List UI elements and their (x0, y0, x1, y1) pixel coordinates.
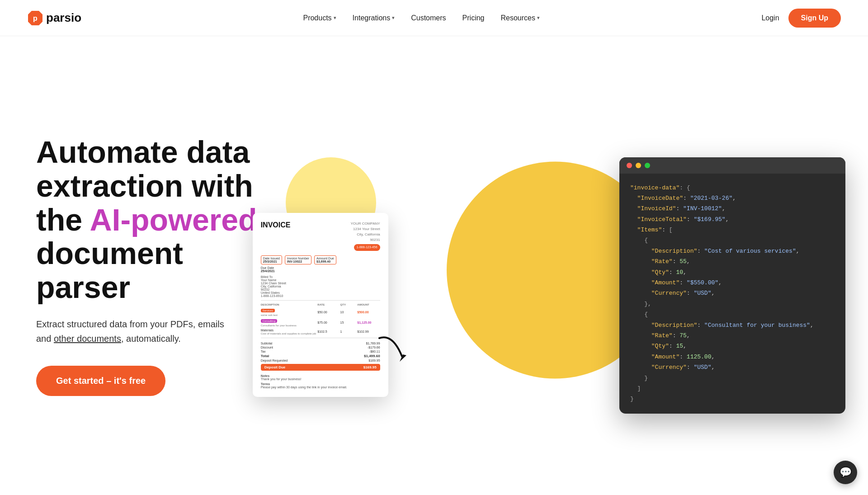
nav-resources[interactable]: Resources ▾ (500, 14, 539, 22)
nav-integrations[interactable]: Integrations ▾ (353, 14, 395, 22)
invoice-table-header: DESCRIPTIONRATEQTYAMOUNT (261, 303, 380, 306)
invoice-deposit-due: Deposit Due$169.95 (261, 364, 380, 371)
cta-button[interactable]: Get started – it's free (36, 366, 165, 396)
invoice-fields-row: Date Issued25/3/2021 Invoice NumberINV-1… (261, 255, 380, 264)
invoice-row-consulting: ConsultingConsultants for your business … (261, 318, 380, 327)
invoice-row-materials: MaterialsCost of materials and supplies … (261, 329, 380, 335)
invoice-totals: Subtotal$1,789.99 Discount-$179.66 Tax-$… (261, 342, 380, 362)
code-content: "invoice-data": { "InvoiceDate": "2021-0… (619, 174, 845, 414)
signup-button[interactable]: Sign Up (788, 9, 841, 28)
chevron-down-icon: ▾ (392, 15, 395, 21)
highlight-text: AI-powered (90, 203, 257, 237)
window-dot-red (627, 163, 632, 168)
date-issued-field: Date Issued25/3/2021 (261, 255, 282, 264)
chevron-down-icon: ▾ (537, 15, 540, 21)
nav-customers[interactable]: Customers (411, 14, 446, 22)
hero-title: Automate dataextraction withthe AI-power… (36, 135, 257, 304)
nav-products[interactable]: Products ▾ (303, 14, 336, 22)
invoice-row-services: Servicessome sub text $50.00 10 $500.00 (261, 308, 380, 317)
navbar: p parsio Products ▾ Integrations ▾ Custo… (0, 0, 868, 36)
hero-visual: "invoice-data": { "InvoiceDate": "2021-0… (257, 130, 832, 401)
invoice-number-field: Invoice NumberINV-10022 (285, 255, 311, 264)
other-documents-link[interactable]: other documents (54, 334, 121, 344)
invoice-company: YOUR COMPANY1234 Your StreetCity, Califo… (350, 221, 380, 251)
window-dot-green (645, 163, 650, 168)
logo-icon: p (27, 10, 43, 26)
invoice-title: INVOICE (261, 221, 291, 251)
logo-text: parsio (46, 11, 81, 25)
chat-bubble[interactable]: 💬 (834, 461, 857, 484)
login-button[interactable]: Login (761, 14, 779, 22)
svg-text:p: p (33, 14, 38, 22)
amount-due-field: Amount Due$3,699.40 (314, 255, 336, 264)
arrow-icon (375, 329, 411, 365)
nav-links: Products ▾ Integrations ▾ Customers Pric… (303, 14, 540, 22)
logo[interactable]: p parsio (27, 10, 81, 26)
code-panel-header (619, 157, 845, 174)
chevron-down-icon: ▾ (334, 15, 336, 21)
hero-subtitle: Extract structured data from your PDFs, … (36, 317, 257, 346)
invoice-panel: INVOICE YOUR COMPANY1234 Your StreetCity… (253, 213, 388, 397)
hero-section: Automate dataextraction withthe AI-power… (0, 36, 868, 495)
hero-content: Automate dataextraction withthe AI-power… (36, 135, 257, 396)
nav-actions: Login Sign Up (761, 9, 841, 28)
window-dot-yellow (636, 163, 641, 168)
chat-icon: 💬 (840, 467, 852, 478)
invoice-phone: 1-888-123-456 (354, 244, 380, 251)
nav-pricing[interactable]: Pricing (462, 14, 485, 22)
code-panel: "invoice-data": { "InvoiceDate": "2021-0… (619, 157, 845, 414)
